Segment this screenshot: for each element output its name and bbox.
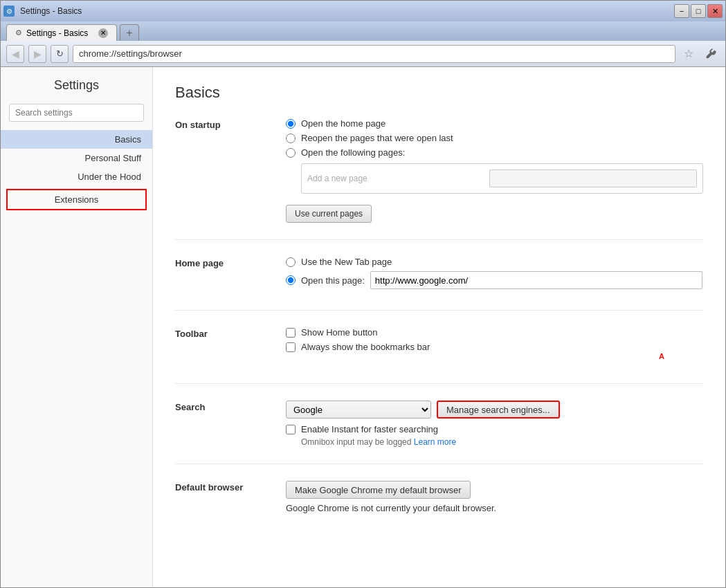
page-title: Basics	[175, 84, 703, 102]
search-engine-row: Google Manage search engines...	[286, 401, 703, 419]
use-current-pages-button[interactable]: Use current pages	[286, 205, 372, 223]
sidebar-title: Settings	[1, 78, 152, 93]
homepage-radio-2[interactable]	[286, 275, 296, 285]
homepage-option-2-row: Open this page:	[286, 271, 703, 289]
default-browser-label: Default browser	[175, 481, 286, 513]
address-text: chrome://settings/browser	[79, 48, 182, 59]
startup-label: On startup	[175, 118, 286, 223]
search-section-label: Search	[175, 401, 286, 447]
navigation-toolbar: ◀ ▶ ↻ chrome://settings/browser ☆	[1, 41, 725, 67]
enable-instant-label: Enable Instant for faster searching	[301, 424, 438, 434]
tab-favicon: ⚙	[15, 28, 22, 37]
refresh-button[interactable]: ↻	[51, 45, 69, 63]
startup-radio-1[interactable]	[286, 119, 296, 129]
back-button[interactable]: ◀	[6, 45, 24, 63]
window-title: Settings - Basics	[17, 6, 671, 16]
tab-close-button[interactable]: ✕	[98, 28, 108, 38]
address-bar[interactable]: chrome://settings/browser	[73, 45, 675, 63]
extensions-wrapper: B Extensions	[6, 189, 147, 210]
default-browser-note: Google Chrome is not currently your defa…	[286, 503, 703, 513]
search-section: Search Google Manage search engines... E…	[175, 401, 703, 464]
omnibox-note-text: Omnibox input may be logged	[301, 437, 411, 447]
startup-option-3-label: Open the following pages:	[301, 147, 405, 158]
homepage-content: Use the New Tab page Open this page:	[286, 257, 703, 293]
startup-option-2-row: Reopen the pages that were open last	[286, 133, 703, 143]
pages-box: Add a new page	[301, 163, 703, 194]
enable-instant-checkbox[interactable]	[286, 425, 296, 434]
startup-radio-2[interactable]	[286, 134, 296, 143]
favicon-icon: ⚙	[6, 8, 12, 15]
startup-option-2-label: Reopen the pages that were open last	[301, 133, 453, 143]
search-settings-input[interactable]	[9, 104, 144, 122]
homepage-option-1-label: Use the New Tab page	[301, 257, 392, 267]
show-bookmarks-bar-label: Always show the bookmarks bar	[301, 342, 430, 352]
search-settings-container	[9, 104, 144, 122]
homepage-label: Home page	[175, 257, 286, 293]
wrench-icon	[705, 48, 716, 59]
browser-window: ⚙ Settings - Basics − □ ✕ ⚙ Settings - B…	[0, 0, 726, 588]
settings-content: Basics On startup Open the home page Reo…	[153, 67, 725, 587]
maximize-button[interactable]: □	[691, 4, 706, 18]
default-browser-content: Make Google Chrome my default browser Go…	[286, 481, 703, 513]
toolbar-section: Toolbar Show Home button Always show the…	[175, 327, 703, 384]
homepage-option-1-row: Use the New Tab page	[286, 257, 703, 267]
make-default-browser-button[interactable]: Make Google Chrome my default browser	[286, 481, 471, 499]
titlebar: ⚙ Settings - Basics − □ ✕	[1, 1, 725, 21]
forward-button[interactable]: ▶	[28, 45, 46, 63]
search-content: Google Manage search engines... Enable I…	[286, 401, 703, 447]
main-area: Settings Basics Personal Stuff Under the…	[1, 67, 725, 587]
minimize-button[interactable]: −	[674, 4, 689, 18]
sidebar-item-personal-stuff[interactable]: Personal Stuff	[1, 149, 152, 167]
show-home-button-label: Show Home button	[301, 327, 378, 338]
new-tab-icon: +	[126, 28, 132, 39]
homepage-option-2-label: Open this page:	[301, 275, 365, 286]
toolbar-content: Show Home button Always show the bookmar…	[286, 327, 703, 367]
tab-bar: ⚙ Settings - Basics ✕ +	[1, 21, 725, 41]
startup-option-1-row: Open the home page	[286, 118, 703, 129]
titlebar-favicon: ⚙	[3, 6, 15, 17]
toolbar-section-label: Toolbar	[175, 327, 286, 367]
window-controls: − □ ✕	[674, 4, 723, 18]
sidebar-item-extensions[interactable]: Extensions	[6, 189, 147, 210]
learn-more-link[interactable]: Learn more	[414, 437, 456, 447]
enable-instant-row: Enable Instant for faster searching	[286, 424, 703, 434]
show-bookmarks-bar-checkbox[interactable]	[286, 342, 296, 352]
sidebar-item-basics[interactable]: Basics	[1, 130, 152, 149]
tab-label: Settings - Basics	[26, 28, 88, 38]
sidebar: Settings Basics Personal Stuff Under the…	[1, 67, 153, 587]
homepage-url-input[interactable]	[370, 271, 702, 289]
wrench-menu-button[interactable]	[702, 45, 720, 63]
new-tab-button[interactable]: +	[120, 24, 139, 41]
annotation-b-label: B	[0, 190, 1, 199]
default-browser-section: Default browser Make Google Chrome my de…	[175, 481, 703, 530]
active-tab[interactable]: ⚙ Settings - Basics ✕	[6, 24, 117, 41]
annotation-a-label: A	[659, 352, 664, 360]
bookmark-star-button[interactable]: ☆	[680, 45, 698, 63]
startup-content: Open the home page Reopen the pages that…	[286, 118, 703, 223]
startup-radio-3[interactable]	[286, 148, 296, 158]
close-button[interactable]: ✕	[707, 4, 723, 18]
add-page-label: Add a new page	[307, 174, 484, 183]
omnibox-note: Omnibox input may be logged Learn more	[301, 437, 703, 447]
manage-search-engines-button[interactable]: Manage search engines...	[437, 401, 560, 419]
pages-row: Add a new page	[307, 169, 697, 187]
show-bookmarks-bar-row: Always show the bookmarks bar	[286, 342, 703, 352]
show-home-button-checkbox[interactable]	[286, 328, 296, 338]
startup-option-3-row: Open the following pages:	[286, 147, 703, 158]
homepage-section: Home page Use the New Tab page Open this…	[175, 257, 703, 311]
show-home-button-row: Show Home button	[286, 327, 703, 338]
homepage-radio-1[interactable]	[286, 257, 296, 267]
search-engine-dropdown[interactable]: Google	[286, 401, 431, 419]
sidebar-item-under-the-hood[interactable]: Under the Hood	[1, 167, 152, 186]
page-url-input[interactable]	[489, 169, 697, 187]
startup-option-1-label: Open the home page	[301, 118, 385, 129]
startup-section: On startup Open the home page Reopen the…	[175, 118, 703, 240]
